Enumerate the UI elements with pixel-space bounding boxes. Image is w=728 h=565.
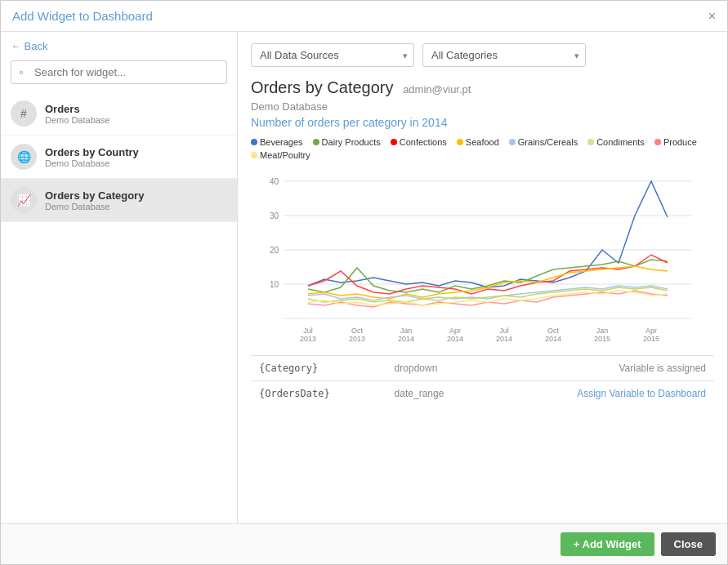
filters-row: All Data Sources All Categories	[251, 43, 714, 67]
svg-text:Oct: Oct	[547, 327, 560, 335]
legend-item: Seafood	[457, 137, 499, 147]
widget-detail-db: Demo Database	[251, 100, 714, 113]
variable-name: {OrdersDate}	[251, 381, 386, 407]
legend-dot	[313, 139, 319, 145]
svg-text:2013: 2013	[300, 335, 316, 343]
widget-detail-header: Orders by Category admin@viur.pt	[251, 78, 714, 97]
svg-text:2013: 2013	[349, 335, 365, 343]
svg-text:Jul: Jul	[499, 327, 509, 335]
svg-text:Apr: Apr	[449, 327, 461, 335]
variable-row: {OrdersDate} date_range Assign Variable …	[251, 381, 714, 407]
legend-item: Condiments	[587, 137, 645, 147]
widget-icon-orders: #	[11, 100, 37, 127]
svg-text:30: 30	[270, 211, 279, 220]
svg-text:2014: 2014	[398, 335, 414, 343]
legend-label: Grains/Cereals	[518, 137, 578, 147]
legend-item: Beverages	[251, 137, 303, 147]
svg-text:40: 40	[270, 177, 279, 186]
variable-status: Variable is assigned	[489, 356, 714, 381]
legend-label: Dairy Products	[322, 137, 381, 147]
search-box: ⚬	[11, 60, 227, 84]
widget-list: # Orders Demo Database 🌐 Orders by Count…	[1, 92, 237, 523]
svg-text:Jul: Jul	[303, 327, 313, 335]
legend-label: Beverages	[260, 137, 303, 147]
variable-type: date_range	[386, 381, 489, 407]
left-panel: ← Back ⚬ # Orders Demo Database 🌐 Orders…	[1, 32, 238, 523]
svg-text:2014: 2014	[545, 335, 561, 343]
svg-text:2014: 2014	[447, 335, 463, 343]
legend-dot	[509, 139, 516, 145]
legend-item: Produce	[654, 137, 697, 147]
svg-text:Oct: Oct	[351, 327, 364, 335]
chart-legend: Beverages Dairy Products Confections Sea…	[251, 137, 714, 160]
svg-text:Jan: Jan	[596, 327, 609, 335]
svg-text:Apr: Apr	[645, 327, 657, 335]
widget-name-orders-category: Orders by Category	[45, 189, 144, 202]
widget-info-orders-category: Orders by Category Demo Database	[45, 189, 144, 211]
svg-text:2015: 2015	[643, 335, 659, 343]
widget-detail-subtitle: Number of orders per category in 2014	[251, 116, 714, 129]
legend-dot	[251, 152, 257, 158]
widget-name-orders-country: Orders by Country	[45, 146, 139, 158]
search-icon: ⚬	[17, 67, 25, 78]
close-x-button[interactable]: ×	[708, 10, 716, 23]
back-link[interactable]: ← Back	[1, 40, 237, 60]
variable-name: {Category}	[251, 356, 386, 381]
modal-header: Add Widget to Dashboard ×	[1, 1, 727, 32]
legend-label: Seafood	[466, 137, 499, 147]
add-widget-button[interactable]: + Add Widget	[561, 532, 654, 556]
modal-body: ← Back ⚬ # Orders Demo Database 🌐 Orders…	[1, 32, 727, 523]
widget-detail-title: Orders by Category	[251, 78, 394, 96]
datasource-filter-wrap: All Data Sources	[251, 43, 414, 67]
categories-filter-wrap: All Categories	[422, 43, 586, 67]
legend-item: Grains/Cereals	[509, 137, 578, 147]
legend-dot	[587, 139, 594, 145]
widget-item-orders-category[interactable]: 📈 Orders by Category Demo Database	[1, 179, 237, 222]
modal-container: Add Widget to Dashboard × ← Back ⚬ # Ord…	[0, 0, 728, 565]
widget-detail-user: admin@viur.pt	[403, 83, 471, 96]
widget-icon-orders-category: 📈	[11, 187, 37, 213]
widget-info-orders-country: Orders by Country Demo Database	[45, 146, 139, 168]
legend-dot	[251, 139, 257, 145]
widget-icon-orders-country: 🌐	[11, 144, 37, 170]
widget-info-orders: Orders Demo Database	[45, 103, 110, 125]
modal-title: Add Widget to Dashboard	[12, 9, 153, 23]
legend-label: Meat/Poultry	[260, 150, 310, 160]
search-input[interactable]	[11, 60, 227, 84]
legend-item: Meat/Poultry	[251, 150, 310, 160]
close-button[interactable]: Close	[661, 532, 716, 556]
legend-item: Dairy Products	[313, 137, 381, 147]
svg-text:Jan: Jan	[400, 327, 413, 335]
categories-filter[interactable]: All Categories	[422, 43, 586, 67]
widget-item-orders-country[interactable]: 🌐 Orders by Country Demo Database	[1, 136, 237, 179]
widget-item-orders[interactable]: # Orders Demo Database	[1, 92, 237, 136]
variables-table: {Category} dropdown Variable is assigned…	[251, 355, 714, 406]
widget-db-orders-country: Demo Database	[45, 158, 139, 168]
legend-item: Confections	[391, 137, 447, 147]
variable-row: {Category} dropdown Variable is assigned	[251, 356, 714, 381]
legend-dot	[391, 139, 397, 145]
widget-db-orders: Demo Database	[45, 115, 110, 125]
legend-label: Produce	[663, 137, 697, 147]
widget-db-orders-category: Demo Database	[45, 202, 144, 211]
modal-footer: + Add Widget Close	[1, 523, 727, 564]
svg-text:20: 20	[270, 246, 279, 255]
legend-label: Condiments	[596, 137, 645, 147]
assign-link[interactable]: Assign Variable to Dashboard	[577, 388, 706, 399]
widget-name-orders: Orders	[45, 103, 110, 115]
svg-text:10: 10	[270, 280, 279, 289]
legend-label: Confections	[400, 137, 447, 147]
variable-status: Assign Variable to Dashboard	[489, 381, 714, 407]
chart-area: 40 30 20 10 Jul 2013 Oct 2013 Jan 2014 A…	[251, 165, 714, 347]
variable-type: dropdown	[386, 356, 489, 381]
svg-text:2014: 2014	[496, 335, 512, 343]
legend-dot	[457, 139, 463, 145]
legend-dot	[654, 139, 661, 145]
svg-text:2015: 2015	[594, 335, 610, 343]
datasource-filter[interactable]: All Data Sources	[251, 43, 414, 67]
right-panel: All Data Sources All Categories Orders b…	[238, 32, 727, 523]
